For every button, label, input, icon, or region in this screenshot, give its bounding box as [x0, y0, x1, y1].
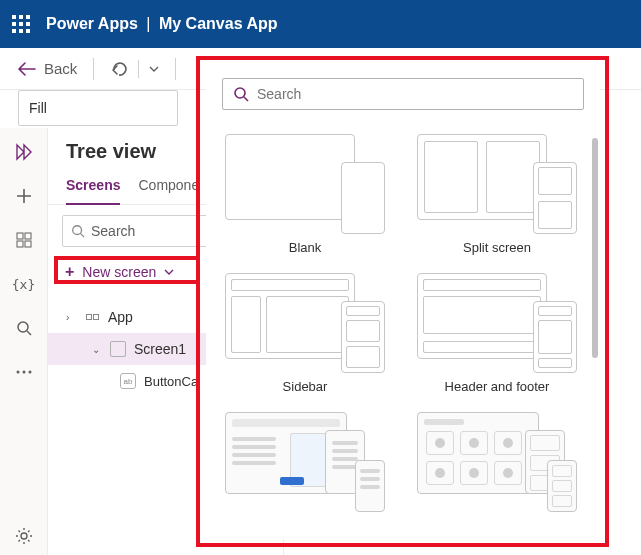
template-thumb	[417, 273, 577, 373]
chevron-down-icon	[164, 269, 174, 275]
rail-tree-view-icon[interactable]	[12, 140, 36, 164]
svg-rect-3	[12, 22, 16, 26]
chevron-right-icon: ›	[66, 312, 76, 323]
svg-line-20	[81, 234, 85, 238]
template-thumb	[225, 273, 385, 373]
search-placeholder: Search	[91, 223, 135, 239]
svg-rect-2	[26, 15, 30, 19]
product-name: Power Apps	[46, 15, 138, 32]
svg-line-22	[244, 97, 248, 101]
template-sidebar[interactable]: Sidebar	[222, 273, 388, 394]
new-screen-popout: Blank Split screen	[206, 66, 600, 539]
svg-rect-8	[26, 29, 30, 33]
svg-point-21	[235, 88, 245, 98]
svg-point-15	[16, 371, 19, 374]
template-thumb	[417, 134, 577, 234]
templates-list: Blank Split screen	[206, 134, 590, 539]
template-additional-b[interactable]	[414, 412, 580, 512]
app-icon	[84, 309, 100, 325]
app-header: Power Apps | My Canvas App	[0, 0, 641, 48]
svg-line-14	[27, 331, 31, 335]
node-label: ButtonCa	[144, 374, 198, 389]
back-label: Back	[44, 60, 77, 77]
svg-point-13	[18, 322, 28, 332]
button-icon: ab	[120, 373, 136, 389]
waffle-icon[interactable]	[12, 15, 30, 33]
template-label: Header and footer	[445, 379, 550, 394]
svg-rect-12	[25, 241, 31, 247]
svg-rect-11	[17, 241, 23, 247]
svg-rect-0	[12, 15, 16, 19]
svg-point-19	[73, 226, 82, 235]
node-label: Screen1	[134, 341, 186, 357]
svg-rect-4	[19, 22, 23, 26]
back-button[interactable]: Back	[18, 60, 77, 77]
svg-rect-6	[12, 29, 16, 33]
search-icon	[233, 86, 249, 102]
template-search-input[interactable]	[257, 86, 573, 102]
rail-more-icon[interactable]	[12, 360, 36, 384]
rail-variables-icon[interactable]: {x}	[12, 272, 36, 296]
undo-group	[110, 60, 159, 78]
property-name: Fill	[29, 100, 47, 116]
svg-point-16	[22, 371, 25, 374]
template-blank[interactable]: Blank	[222, 134, 388, 255]
chevron-down-icon: ⌄	[92, 344, 102, 355]
svg-rect-1	[19, 15, 23, 19]
divider	[93, 58, 94, 80]
template-header-footer[interactable]: Header and footer	[414, 273, 580, 394]
tab-screens[interactable]: Screens	[66, 171, 120, 205]
rail-search-icon[interactable]	[12, 316, 36, 340]
header-title: Power Apps | My Canvas App	[46, 15, 277, 33]
left-rail: {x}	[0, 128, 48, 555]
back-arrow-icon	[18, 62, 36, 76]
template-thumb	[225, 412, 385, 512]
svg-rect-5	[26, 22, 30, 26]
rail-settings-icon[interactable]	[12, 531, 36, 555]
app-name: My Canvas App	[159, 15, 278, 32]
divider	[138, 60, 139, 78]
divider	[175, 58, 176, 80]
tab-components[interactable]: Compone	[138, 171, 199, 204]
template-label: Sidebar	[283, 379, 328, 394]
node-label: App	[108, 309, 133, 325]
template-search[interactable]	[222, 78, 584, 110]
svg-point-18	[21, 533, 27, 539]
svg-rect-9	[17, 233, 23, 239]
template-split-screen[interactable]: Split screen	[414, 134, 580, 255]
scrollbar[interactable]	[592, 138, 598, 358]
svg-rect-10	[25, 233, 31, 239]
template-label: Blank	[289, 240, 322, 255]
new-screen-label: New screen	[82, 264, 156, 280]
template-additional-a[interactable]	[222, 412, 388, 512]
undo-icon[interactable]	[110, 61, 128, 77]
svg-point-17	[28, 371, 31, 374]
chevron-down-icon[interactable]	[149, 66, 159, 72]
template-thumb	[417, 412, 577, 512]
header-separator: |	[142, 15, 154, 32]
search-icon	[71, 224, 85, 238]
screen-icon	[110, 341, 126, 357]
template-thumb	[225, 134, 385, 234]
property-selector[interactable]: Fill	[18, 90, 178, 126]
svg-rect-7	[19, 29, 23, 33]
template-label: Split screen	[463, 240, 531, 255]
rail-insert-icon[interactable]	[12, 184, 36, 208]
rail-data-icon[interactable]	[12, 228, 36, 252]
plus-icon: +	[65, 263, 74, 281]
